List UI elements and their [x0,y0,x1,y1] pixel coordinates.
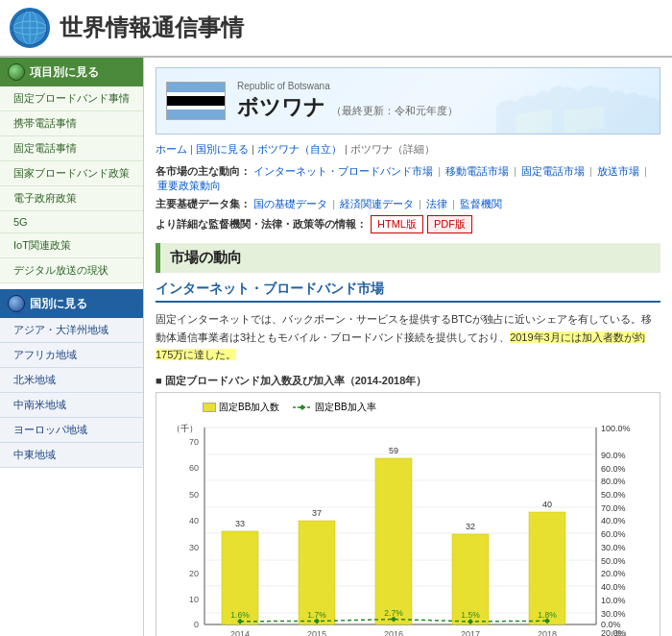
svg-text:100.0%: 100.0% [601,424,631,433]
svg-text:90.0%: 90.0% [601,451,626,460]
sidebar-item-5g[interactable]: 5G [0,211,143,233]
svg-text:50: 50 [189,490,199,500]
sidebar-item-broadband-policy[interactable]: 国家ブロードバンド政策 [0,161,143,186]
svg-text:10: 10 [189,595,199,604]
link-law[interactable]: 法律 [426,198,447,209]
link-internet-bb[interactable]: インターネット・ブロードバンド市場 [253,165,433,177]
link-fixed-tel[interactable]: 固定電話市場 [521,165,585,177]
sidebar-section1-label: 項目別に見る [30,64,99,81]
data-collection-label: 主要基礎データ集： [156,198,251,209]
svg-rect-42 [375,458,412,624]
svg-text:2016: 2016 [384,629,403,636]
sidebar-item-egov[interactable]: 電子政府政策 [0,186,143,211]
globe-svg [12,10,48,46]
svg-text:2.7%: 2.7% [384,608,403,618]
btn-pdf[interactable]: PDF版 [427,215,472,233]
sidebar-item-iot[interactable]: IoT関連政策 [0,233,143,258]
svg-text:32: 32 [466,522,475,531]
botswana-flag [166,82,226,120]
svg-text:30.0%: 30.0% [601,609,626,619]
section1-icon [8,63,25,81]
sidebar-section2-header: 国別に見る [0,289,143,318]
svg-text:1.8%: 1.8% [538,610,557,620]
sidebar-item-fixed-tel[interactable]: 固定電話事情 [0,136,143,161]
country-name-en: Republic of Botswana [237,81,458,91]
sidebar-item-digital-broadcast[interactable]: デジタル放送の現状 [0,258,143,283]
site-title: 世界情報通信事情 [60,12,244,43]
svg-text:20.0%: 20.0% [601,569,626,578]
breadcrumb: ホーム | 国別に見る | ボツワナ（自立） | ボツワナ（詳細） [156,142,660,157]
bar-chart-svg: （千） 100.0% 90.0% 80.0% 70.0% 60.0% 50.0%… [164,418,644,636]
svg-text:70.0%: 70.0% [601,503,626,513]
data-collection-row: 主要基礎データ集： 国の基礎データ | 経済関連データ | 法律 | 監督機関 [156,197,660,211]
breadcrumb-botswana[interactable]: ボツワナ（自立） [257,143,342,155]
sidebar-item-fixed-bb[interactable]: 固定ブロードバンド事情 [0,86,143,111]
svg-text:40.0%: 40.0% [601,516,626,526]
breadcrumb-by-country[interactable]: 国別に見る [196,143,249,155]
chart-title: ■ 固定ブロードバンド加入数及び加入率（2014-2018年） [156,374,660,388]
sidebar-section2-label: 国別に見る [30,296,87,312]
svg-text:2018: 2018 [538,629,557,636]
detail-info-label: より詳細な監督機関・法律・政策等の情報： [156,217,367,232]
subsection-internet-bb: インターネット・ブロードバンド市場 [156,281,660,303]
svg-text:60.0%: 60.0% [601,529,626,539]
sidebar-item-africa[interactable]: アフリカ地域 [0,343,143,368]
svg-text:1.7%: 1.7% [307,610,326,620]
btn-html[interactable]: HTML版 [371,215,423,233]
breadcrumb-home[interactable]: ホーム [156,143,187,155]
body-text: 固定インターネットでは、バックボーン・サービスを提供するBTCが独占に近いシェア… [156,310,660,364]
svg-text:40.0%: 40.0% [601,582,626,592]
link-economic-data[interactable]: 経済関連データ [340,198,414,209]
svg-text:2014: 2014 [230,629,250,636]
link-basic-data[interactable]: 国の基礎データ [253,198,327,209]
svg-text:10.0%: 10.0% [601,596,626,605]
nav-links-label: 各市場の主な動向： [156,165,251,177]
breadcrumb-detail: ボツワナ（詳細） [350,143,435,155]
chart-legend: 固定BB加入数 固定BB加入率 [203,401,652,414]
nav-links-row: 各市場の主な動向： インターネット・ブロードバンド市場 | 移動電話市場 | 固… [156,164,660,193]
link-mobile[interactable]: 移動電話市場 [445,165,509,177]
country-info: Republic of Botswana ボツワナ （最終更新：令和元年度） [237,81,458,122]
svg-marker-7 [300,404,305,410]
country-header: Republic of Botswana ボツワナ （最終更新：令和元年度） [156,67,660,135]
svg-rect-46 [529,512,565,624]
link-broadcast[interactable]: 放送市場 [597,165,639,177]
world-map-bg [487,68,660,134]
section-market-trend: 市場の動向 [156,243,660,273]
header: 世界情報通信事情 [0,0,672,58]
sidebar-item-asia[interactable]: アジア・大洋州地域 [0,318,143,343]
svg-text:（年）: （年） [606,629,632,636]
svg-text:37: 37 [312,508,322,518]
sidebar-item-europe[interactable]: ヨーロッパ地域 [0,418,143,443]
svg-text:2017: 2017 [461,629,480,636]
legend-bar: 固定BB加入数 [203,401,279,414]
section2-icon [8,295,25,312]
svg-text:80.0%: 80.0% [601,477,626,486]
map-svg [487,68,660,134]
sidebar-item-mobile[interactable]: 携帯電話事情 [0,111,143,136]
country-updated: （最終更新：令和元年度） [331,105,458,116]
svg-text:20: 20 [189,569,199,578]
svg-text:1.5%: 1.5% [461,610,480,620]
svg-text:1.6%: 1.6% [230,610,250,620]
sidebar: 項目別に見る 固定ブロードバンド事情 携帯電話事情 固定電話事情 国家ブロードバ… [0,58,144,636]
svg-text:60.0%: 60.0% [601,464,626,474]
svg-text:0: 0 [194,620,199,629]
main-content: Republic of Botswana ボツワナ （最終更新：令和元年度） ホ… [144,58,672,636]
svg-text:2015: 2015 [307,629,326,636]
sidebar-item-mideast[interactable]: 中東地域 [0,443,143,468]
globe-icon [10,8,50,48]
svg-text:59: 59 [389,446,398,455]
svg-text:33: 33 [235,519,245,528]
legend-line-svg [293,403,312,412]
svg-text:40: 40 [542,500,552,509]
country-name-ja: ボツワナ （最終更新：令和元年度） [237,93,458,122]
legend-line: 固定BB加入率 [293,401,375,414]
link-policy[interactable]: 重要政策動向 [157,180,221,191]
link-regulator[interactable]: 監督機関 [460,198,502,209]
sidebar-item-latin-america[interactable]: 中南米地域 [0,393,143,418]
detail-info-row: より詳細な監督機関・法律・政策等の情報： HTML版 PDF版 [156,215,660,233]
sidebar-item-north-america[interactable]: 北米地域 [0,368,143,393]
svg-text:30.0%: 30.0% [601,543,626,552]
svg-text:60: 60 [189,463,199,473]
